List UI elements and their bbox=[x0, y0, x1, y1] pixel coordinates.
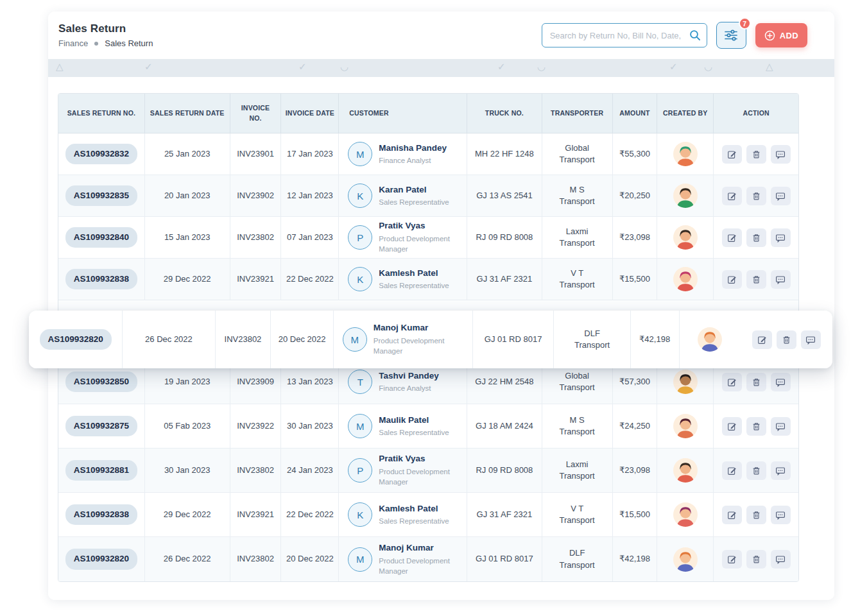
action-delete-button[interactable] bbox=[746, 550, 766, 569]
customer-cell: M Maulik Patel Sales Representative bbox=[339, 404, 467, 448]
action-delete-button[interactable] bbox=[746, 417, 766, 436]
edit-pencil-icon bbox=[727, 150, 737, 159]
invoice-date-cell: 22 Dec 2022 bbox=[281, 493, 339, 536]
page-card: Sales Return Finance Sales Return 7 bbox=[48, 12, 834, 600]
filter-badge: 7 bbox=[739, 17, 751, 30]
return-no-pill: AS109932820 bbox=[40, 329, 112, 350]
customer-initial-avatar: M bbox=[343, 327, 367, 352]
search-box bbox=[542, 23, 707, 47]
customer-cell: P Pratik Vyas Product Development Manage… bbox=[339, 449, 467, 492]
dragged-row[interactable]: AS109932820 26 Dec 2022 INV23802 20 Dec … bbox=[29, 311, 832, 368]
created-by-cell bbox=[657, 133, 714, 175]
action-delete-button[interactable] bbox=[777, 330, 796, 349]
amount-cell: ₹23,098 bbox=[613, 217, 658, 258]
action-edit-button[interactable] bbox=[722, 228, 742, 247]
action-delete-button[interactable] bbox=[746, 187, 766, 205]
header-toolbar: 7 ADD bbox=[542, 22, 807, 49]
add-button[interactable]: ADD bbox=[755, 23, 807, 47]
comment-dots-icon bbox=[775, 466, 786, 475]
table-row[interactable]: AS109932881 30 Jan 2023 INV23802 24 Jan … bbox=[58, 449, 798, 493]
invoice-date-cell: 30 Jan 2023 bbox=[281, 404, 339, 448]
return-no-cell: AS109932820 bbox=[58, 537, 145, 581]
customer-meta: Karan Patel Sales Representative bbox=[379, 184, 449, 208]
filter-button[interactable]: 7 bbox=[716, 22, 746, 49]
background-doodle-icon: ◡ bbox=[704, 61, 712, 73]
table-row[interactable]: AS109932820 26 Dec 2022 INV23802 20 Dec … bbox=[29, 311, 832, 368]
action-comment-button[interactable] bbox=[771, 187, 791, 205]
table-row[interactable]: AS109932835 20 Jan 2023 INV23902 12 Jan … bbox=[58, 175, 798, 217]
action-comment-button[interactable] bbox=[771, 228, 791, 247]
invoice-no-cell: INV23902 bbox=[230, 175, 282, 216]
action-comment-button[interactable] bbox=[771, 270, 791, 289]
action-edit-button[interactable] bbox=[722, 417, 742, 436]
trash-icon bbox=[752, 466, 761, 475]
table-row[interactable]: AS109932875 05 Fab 2023 INV23922 30 Jan … bbox=[58, 404, 798, 449]
transporter-cell: DLF Transport bbox=[542, 537, 613, 581]
transporter-cell: V T Transport bbox=[542, 493, 613, 536]
action-edit-button[interactable] bbox=[722, 506, 742, 524]
comment-dots-icon bbox=[775, 422, 786, 431]
customer-initial-avatar: K bbox=[348, 502, 372, 527]
action-comment-button[interactable] bbox=[771, 373, 791, 391]
action-edit-button[interactable] bbox=[722, 373, 742, 391]
invoice-no-cell: INV23921 bbox=[230, 493, 282, 536]
customer-meta: Pratik Vyas Product Development Manager bbox=[379, 453, 464, 487]
invoice-date-cell: 20 Dec 2022 bbox=[271, 311, 334, 368]
invoice-no-cell: INV23922 bbox=[230, 404, 282, 448]
created-by-avatar bbox=[698, 327, 722, 352]
created-by-cell bbox=[657, 493, 714, 536]
action-delete-button[interactable] bbox=[746, 461, 766, 480]
created-by-avatar bbox=[673, 502, 698, 527]
action-delete-button[interactable] bbox=[746, 228, 766, 247]
action-edit-button[interactable] bbox=[722, 187, 742, 205]
action-cell bbox=[714, 449, 798, 492]
column-header-6: TRUCK NO. bbox=[467, 94, 542, 133]
action-delete-button[interactable] bbox=[746, 373, 766, 391]
invoice-no-cell: INV23921 bbox=[230, 259, 282, 300]
table-row[interactable]: AS109932840 15 Jan 2023 INV23802 07 Jan … bbox=[58, 217, 798, 259]
table-row[interactable]: AS109932838 29 Dec 2022 INV23921 22 Dec … bbox=[58, 259, 798, 300]
return-no-pill: AS109932835 bbox=[65, 185, 137, 207]
edit-pencil-icon bbox=[727, 510, 737, 520]
customer-name: Kamlesh Patel bbox=[379, 503, 449, 515]
return-date-cell: 05 Fab 2023 bbox=[145, 404, 230, 448]
return-no-pill: AS109932850 bbox=[65, 372, 137, 393]
table-row[interactable]: AS109932820 26 Dec 2022 INV23802 20 Dec … bbox=[58, 537, 798, 581]
action-comment-button[interactable] bbox=[801, 330, 821, 349]
breadcrumb-finance[interactable]: Finance bbox=[58, 38, 88, 48]
truck-no-cell: GJ 01 RD 8017 bbox=[473, 311, 555, 368]
column-header-1: SALES RETURN NO. bbox=[58, 94, 145, 133]
invoice-no-cell: INV23802 bbox=[230, 449, 282, 492]
action-edit-button[interactable] bbox=[722, 270, 742, 289]
action-edit-button[interactable] bbox=[722, 550, 742, 569]
action-delete-button[interactable] bbox=[746, 506, 766, 524]
search-input[interactable] bbox=[542, 23, 707, 47]
edit-pencil-icon bbox=[727, 422, 737, 431]
customer-role: Finance Analyst bbox=[379, 383, 439, 393]
return-date-cell: 26 Dec 2022 bbox=[145, 537, 230, 581]
amount-cell: ₹42,198 bbox=[613, 537, 658, 581]
customer-role: Product Development Manager bbox=[379, 234, 464, 254]
transporter-cell: Laxmi Transport bbox=[542, 449, 613, 492]
action-delete-button[interactable] bbox=[746, 270, 766, 289]
customer-name: Manoj Kumar bbox=[379, 542, 464, 554]
action-edit-button[interactable] bbox=[722, 145, 742, 164]
invoice-date-cell: 12 Jan 2023 bbox=[281, 175, 339, 216]
action-delete-button[interactable] bbox=[746, 145, 766, 164]
action-comment-button[interactable] bbox=[771, 550, 791, 569]
table-row[interactable]: AS109932838 29 Dec 2022 INV23921 22 Dec … bbox=[58, 493, 798, 537]
comment-dots-icon bbox=[775, 554, 786, 564]
action-comment-button[interactable] bbox=[771, 461, 791, 480]
edit-pencil-icon bbox=[757, 335, 767, 345]
created-by-avatar bbox=[673, 142, 698, 166]
background-pattern-band: △✓✓◡✓◡✓◡△ bbox=[48, 59, 834, 77]
return-date-cell: 29 Dec 2022 bbox=[145, 259, 230, 300]
customer-name: Manoj Kumar bbox=[374, 322, 470, 334]
action-comment-button[interactable] bbox=[771, 417, 791, 436]
table-row[interactable]: AS109932832 25 Jan 2023 INV23901 17 Jan … bbox=[58, 133, 798, 175]
action-edit-button[interactable] bbox=[752, 330, 772, 349]
action-comment-button[interactable] bbox=[771, 506, 791, 524]
action-edit-button[interactable] bbox=[722, 461, 742, 480]
action-comment-button[interactable] bbox=[771, 145, 791, 164]
background-doodle-icon: △ bbox=[766, 61, 773, 73]
